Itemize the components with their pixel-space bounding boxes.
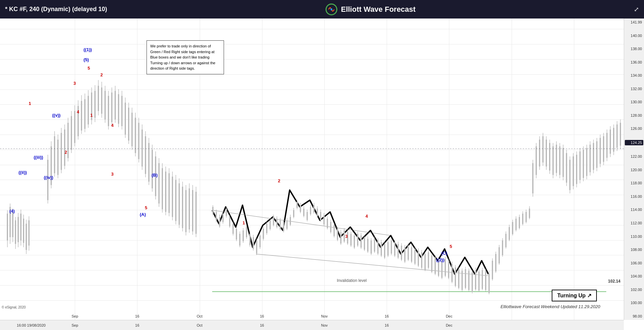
price-118: 118.00 — [625, 181, 643, 185]
price-134: 134.00 — [625, 73, 643, 77]
svg-line-4 — [256, 254, 489, 276]
price-138: 138.00 — [625, 47, 643, 51]
time-label-dec: Dec — [446, 314, 453, 318]
time-label-sep: Sep — [71, 314, 78, 318]
chart-container: * KC #F, 240 (Dynamic) (delayed 10) Elli… — [0, 0, 644, 330]
time-label-nov: Nov — [321, 314, 328, 318]
price-128: 128.00 — [625, 113, 643, 117]
time-label-16c: 16 — [385, 314, 389, 318]
price-142: 141.99 — [625, 20, 643, 24]
price-116: 116.00 — [625, 194, 643, 198]
time-label-16b: 16 — [260, 314, 264, 318]
price-98: 98.00 — [625, 314, 643, 318]
price-110: 110.00 — [625, 234, 643, 239]
price-126: 126.00 — [625, 126, 643, 131]
time-bottom-start: 16:00 19/08/2020 — [17, 323, 46, 327]
svg-line-3 — [212, 210, 391, 235]
chart-area: (4) ((ii)) 1 ((iii)) ((iv)) ((v)) 2 3 4 … — [0, 19, 624, 320]
brand-logo-icon — [325, 3, 337, 15]
price-112: 112.00 — [625, 221, 643, 225]
time-axis: 16:00 19/08/2020 Sep 16 Oct 16 Nov 16 De… — [0, 320, 624, 330]
candle-group-early — [7, 204, 30, 254]
price-136: 136.00 — [625, 60, 643, 64]
header: * KC #F, 240 (Dynamic) (delayed 10) Elli… — [0, 0, 644, 19]
time-bottom-16a: 16 — [135, 323, 139, 327]
chart-svg — [0, 19, 624, 320]
brand-area: Elliott Wave Forecast — [325, 3, 416, 15]
time-bottom-dec: Dec — [446, 323, 453, 327]
brand-name: Elliott Wave Forecast — [341, 5, 416, 14]
time-bottom-sep: Sep — [71, 323, 78, 327]
price-axis: 141.99 140.00 138.00 136.00 134.00 132.0… — [624, 19, 644, 320]
candle-group-sep — [47, 80, 197, 237]
price-140: 140.00 — [625, 34, 643, 38]
time-bottom-16c: 16 — [385, 323, 389, 327]
candle-group-nov — [492, 119, 621, 281]
price-108: 108.00 — [625, 248, 643, 252]
time-bottom-oct: Oct — [197, 323, 202, 327]
price-120: 120.00 — [625, 168, 643, 172]
expand-icon[interactable]: ⤢ — [634, 6, 639, 13]
invalidation-price: 102.14 — [608, 279, 620, 284]
price-102: 102.00 — [625, 288, 643, 292]
price-104: 104.00 — [625, 274, 643, 278]
turning-up-badge: Turning Up ↗ — [552, 290, 597, 301]
price-100: 100.00 — [625, 301, 643, 305]
price-106: 106.00 — [625, 261, 643, 265]
svg-point-1 — [330, 8, 332, 10]
price-130: 130.00 — [625, 100, 643, 104]
price-132: 132.00 — [625, 87, 643, 91]
price-114: 114.00 — [625, 208, 643, 212]
time-label-oct: Oct — [197, 314, 202, 318]
time-label-16a: 16 — [135, 314, 139, 318]
annotation-box: We prefer to trade only in direction of … — [147, 40, 224, 74]
price-122: 122.00 — [625, 154, 643, 158]
price-current: 124.25 — [625, 140, 643, 145]
footer-copyright: © eSignal, 2020 — [2, 305, 26, 309]
footer-updated: Elliottwave Forecast Weekend Updated 11.… — [501, 304, 600, 309]
time-bottom-nov: Nov — [321, 323, 328, 327]
invalidation-label: Invalidation level — [337, 278, 367, 283]
time-bottom-16b: 16 — [260, 323, 264, 327]
chart-title: * KC #F, 240 (Dynamic) (delayed 10) — [5, 6, 107, 13]
